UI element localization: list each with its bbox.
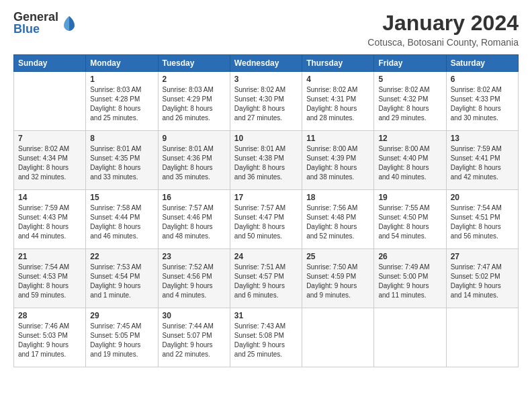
day-number: 27 — [451, 252, 514, 261]
day-number: 21 — [18, 252, 81, 261]
calendar-week-2: 14Sunrise: 7:59 AMSunset: 4:43 PMDayligh… — [14, 190, 519, 249]
day-number: 1 — [90, 75, 153, 84]
day-number: 12 — [378, 134, 441, 143]
day-info: Sunrise: 7:53 AMSunset: 4:54 PMDaylight:… — [90, 263, 153, 300]
calendar-cell: 19Sunrise: 7:55 AMSunset: 4:50 PMDayligh… — [374, 190, 446, 249]
day-info: Sunrise: 7:50 AMSunset: 4:59 PMDaylight:… — [306, 263, 369, 300]
col-saturday: Saturday — [446, 55, 518, 72]
day-info: Sunrise: 8:02 AMSunset: 4:33 PMDaylight:… — [451, 85, 514, 123]
day-number: 10 — [234, 134, 298, 143]
day-number: 18 — [306, 193, 369, 202]
day-info: Sunrise: 8:01 AMSunset: 4:35 PMDaylight:… — [90, 144, 153, 182]
calendar-week-0: 1Sunrise: 8:03 AMSunset: 4:28 PMDaylight… — [14, 72, 519, 131]
calendar-cell: 22Sunrise: 7:53 AMSunset: 4:54 PMDayligh… — [86, 249, 158, 308]
day-info: Sunrise: 7:54 AMSunset: 4:51 PMDaylight:… — [451, 203, 514, 241]
logo-icon — [60, 13, 79, 32]
page: General Blue January 2024 Cotusca, Botos… — [0, 0, 532, 411]
header: General Blue January 2024 Cotusca, Botos… — [13, 11, 519, 48]
day-info: Sunrise: 7:49 AMSunset: 5:00 PMDaylight:… — [378, 263, 441, 300]
col-wednesday: Wednesday — [230, 55, 302, 72]
calendar-cell: 18Sunrise: 7:56 AMSunset: 4:48 PMDayligh… — [302, 190, 374, 249]
day-info: Sunrise: 7:59 AMSunset: 4:43 PMDaylight:… — [18, 203, 81, 241]
day-number: 17 — [234, 193, 298, 202]
calendar-cell: 25Sunrise: 7:50 AMSunset: 4:59 PMDayligh… — [302, 249, 374, 308]
day-info: Sunrise: 8:03 AMSunset: 4:28 PMDaylight:… — [90, 85, 153, 123]
calendar-cell: 13Sunrise: 7:59 AMSunset: 4:41 PMDayligh… — [446, 131, 518, 190]
day-info: Sunrise: 7:51 AMSunset: 4:57 PMDaylight:… — [234, 263, 298, 300]
calendar-cell: 26Sunrise: 7:49 AMSunset: 5:00 PMDayligh… — [374, 249, 446, 308]
day-info: Sunrise: 7:56 AMSunset: 4:48 PMDaylight:… — [306, 203, 369, 241]
col-thursday: Thursday — [302, 55, 374, 72]
logo-general: General — [13, 11, 58, 23]
day-number: 16 — [163, 193, 226, 202]
day-number: 11 — [306, 134, 369, 143]
col-friday: Friday — [374, 55, 446, 72]
day-number: 31 — [234, 311, 298, 320]
day-info: Sunrise: 7:57 AMSunset: 4:46 PMDaylight:… — [163, 203, 226, 241]
day-info: Sunrise: 7:52 AMSunset: 4:56 PMDaylight:… — [163, 263, 226, 300]
day-number: 6 — [451, 75, 514, 84]
day-info: Sunrise: 7:44 AMSunset: 5:07 PMDaylight:… — [163, 322, 226, 359]
day-info: Sunrise: 7:55 AMSunset: 4:50 PMDaylight:… — [378, 203, 441, 241]
day-number: 25 — [306, 252, 369, 261]
title-section: January 2024 Cotusca, Botosani County, R… — [367, 11, 519, 48]
calendar-cell: 15Sunrise: 7:58 AMSunset: 4:44 PMDayligh… — [86, 190, 158, 249]
day-info: Sunrise: 8:01 AMSunset: 4:38 PMDaylight:… — [234, 144, 298, 182]
header-row: Sunday Monday Tuesday Wednesday Thursday… — [14, 55, 519, 72]
calendar-cell: 4Sunrise: 8:02 AMSunset: 4:31 PMDaylight… — [302, 72, 374, 131]
day-info: Sunrise: 8:02 AMSunset: 4:32 PMDaylight:… — [378, 85, 441, 123]
day-info: Sunrise: 7:43 AMSunset: 5:08 PMDaylight:… — [234, 322, 298, 359]
day-number: 2 — [163, 75, 226, 84]
col-monday: Monday — [86, 55, 158, 72]
calendar-cell — [446, 308, 518, 367]
day-number: 15 — [90, 193, 153, 202]
day-number: 29 — [90, 311, 153, 320]
day-number: 4 — [306, 75, 369, 84]
calendar-cell: 1Sunrise: 8:03 AMSunset: 4:28 PMDaylight… — [86, 72, 158, 131]
day-info: Sunrise: 7:57 AMSunset: 4:47 PMDaylight:… — [234, 203, 298, 241]
calendar-cell: 23Sunrise: 7:52 AMSunset: 4:56 PMDayligh… — [158, 249, 230, 308]
calendar-cell: 9Sunrise: 8:01 AMSunset: 4:36 PMDaylight… — [158, 131, 230, 190]
day-number: 14 — [18, 193, 81, 202]
calendar-cell: 11Sunrise: 8:00 AMSunset: 4:39 PMDayligh… — [302, 131, 374, 190]
day-number: 30 — [163, 311, 226, 320]
calendar-week-1: 7Sunrise: 8:02 AMSunset: 4:34 PMDaylight… — [14, 131, 519, 190]
day-info: Sunrise: 8:02 AMSunset: 4:31 PMDaylight:… — [306, 85, 369, 123]
calendar-cell: 27Sunrise: 7:47 AMSunset: 5:02 PMDayligh… — [446, 249, 518, 308]
calendar-cell: 30Sunrise: 7:44 AMSunset: 5:07 PMDayligh… — [158, 308, 230, 367]
calendar-cell: 10Sunrise: 8:01 AMSunset: 4:38 PMDayligh… — [230, 131, 302, 190]
calendar-cell: 24Sunrise: 7:51 AMSunset: 4:57 PMDayligh… — [230, 249, 302, 308]
calendar-table: Sunday Monday Tuesday Wednesday Thursday… — [13, 54, 519, 367]
day-info: Sunrise: 7:45 AMSunset: 5:05 PMDaylight:… — [90, 322, 153, 359]
calendar-cell: 2Sunrise: 8:03 AMSunset: 4:29 PMDaylight… — [158, 72, 230, 131]
day-number: 26 — [378, 252, 441, 261]
calendar-cell: 17Sunrise: 7:57 AMSunset: 4:47 PMDayligh… — [230, 190, 302, 249]
calendar-cell — [374, 308, 446, 367]
calendar-cell: 14Sunrise: 7:59 AMSunset: 4:43 PMDayligh… — [14, 190, 86, 249]
col-tuesday: Tuesday — [158, 55, 230, 72]
calendar-cell: 7Sunrise: 8:02 AMSunset: 4:34 PMDaylight… — [14, 131, 86, 190]
logo-blue: Blue — [13, 23, 58, 35]
calendar-cell: 3Sunrise: 8:02 AMSunset: 4:30 PMDaylight… — [230, 72, 302, 131]
calendar-cell: 5Sunrise: 8:02 AMSunset: 4:32 PMDaylight… — [374, 72, 446, 131]
calendar-cell: 12Sunrise: 8:00 AMSunset: 4:40 PMDayligh… — [374, 131, 446, 190]
day-number: 19 — [378, 193, 441, 202]
day-number: 22 — [90, 252, 153, 261]
day-number: 23 — [163, 252, 226, 261]
day-number: 13 — [451, 134, 514, 143]
calendar-cell: 20Sunrise: 7:54 AMSunset: 4:51 PMDayligh… — [446, 190, 518, 249]
day-info: Sunrise: 7:58 AMSunset: 4:44 PMDaylight:… — [90, 203, 153, 241]
day-info: Sunrise: 7:59 AMSunset: 4:41 PMDaylight:… — [451, 144, 514, 182]
calendar-cell — [14, 72, 86, 131]
day-number: 20 — [451, 193, 514, 202]
col-sunday: Sunday — [14, 55, 86, 72]
location-title: Cotusca, Botosani County, Romania — [367, 37, 519, 48]
day-info: Sunrise: 8:00 AMSunset: 4:40 PMDaylight:… — [378, 144, 441, 182]
day-info: Sunrise: 8:00 AMSunset: 4:39 PMDaylight:… — [306, 144, 369, 182]
day-info: Sunrise: 8:03 AMSunset: 4:29 PMDaylight:… — [163, 85, 226, 123]
calendar-cell: 8Sunrise: 8:01 AMSunset: 4:35 PMDaylight… — [86, 131, 158, 190]
calendar-week-4: 28Sunrise: 7:46 AMSunset: 5:03 PMDayligh… — [14, 308, 519, 367]
calendar-cell: 31Sunrise: 7:43 AMSunset: 5:08 PMDayligh… — [230, 308, 302, 367]
calendar-cell: 28Sunrise: 7:46 AMSunset: 5:03 PMDayligh… — [14, 308, 86, 367]
day-number: 9 — [163, 134, 226, 143]
